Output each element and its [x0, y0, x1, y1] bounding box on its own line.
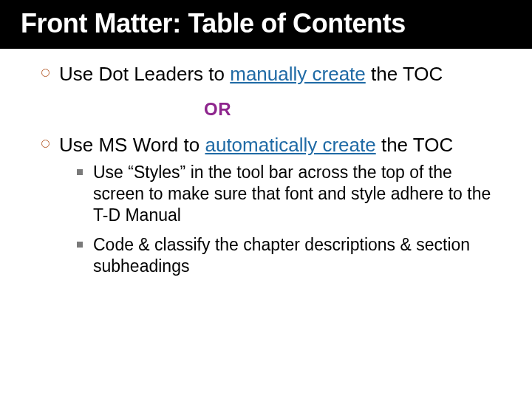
slide-title: Front Matter: Table of Contents	[0, 0, 532, 49]
slide: Front Matter: Table of Contents Use Dot …	[0, 0, 532, 399]
bullet-auto-toc: Use MS Word to automatically create the …	[41, 133, 497, 278]
sub-bullet-code-classify: Code & classify the chapter descriptions…	[77, 234, 497, 278]
text-fragment: the TOC	[376, 134, 454, 156]
bullet-manual-toc: Use Dot Leaders to manually create the T…	[41, 62, 497, 86]
text-fragment: Use Dot Leaders to	[59, 63, 230, 85]
text-fragment: Use MS Word to	[59, 134, 205, 156]
slide-body: Use Dot Leaders to manually create the T…	[0, 49, 532, 278]
sub-bullet-styles: Use “Styles” in the tool bar across the …	[77, 162, 497, 227]
or-separator: OR	[41, 99, 497, 120]
link-manually-create[interactable]: manually create	[230, 63, 366, 85]
sub-bullet-group: Use “Styles” in the tool bar across the …	[59, 162, 497, 278]
link-automatically-create[interactable]: automatically create	[205, 134, 375, 156]
text-fragment: the TOC	[366, 63, 443, 85]
